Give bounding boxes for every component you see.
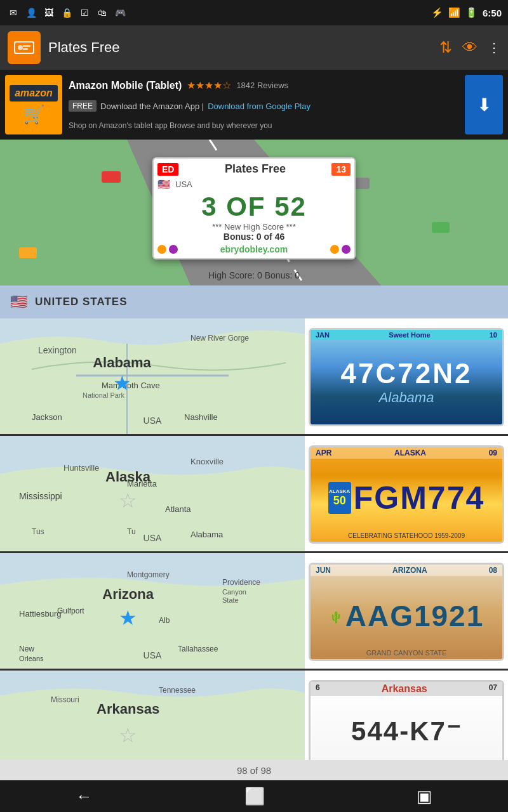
plate-country: USA	[175, 180, 192, 189]
alabama-plate: JAN Sweet Home 10 47C72N2 Alabama	[305, 318, 508, 436]
svg-text:Tus: Tus	[32, 527, 44, 536]
arizona-corner: 08	[489, 566, 497, 575]
svg-text:Gulfport: Gulfport	[57, 606, 84, 615]
svg-rect-4	[23, 48, 28, 50]
alaska-plate-img: APR ALASKA 09 ALASKA 50 FGM774 CELEBRATI…	[309, 445, 504, 544]
plate-new-high: *** New High Score ***	[157, 222, 351, 232]
count-bar: 98 of 98	[0, 760, 508, 780]
arizona-plate-img: JUN ARIZONA 08 🌵 AAG1921 GRAND CANYON ST…	[309, 563, 504, 661]
dot-orange	[157, 245, 166, 254]
app-bar: Plates Free ⇅ 👁 ⋮	[0, 25, 508, 70]
alabama-usa: USA	[144, 416, 162, 426]
svg-text:New: New	[19, 645, 34, 653]
plate-card: ED Plates Free 13 🇺🇸 USA 3 OF 52 *** New…	[152, 157, 356, 259]
ad-reviews: 1842 Reviews	[236, 81, 288, 90]
checkbox-icon: ☑	[77, 6, 91, 20]
section-title: UNITED STATES	[35, 296, 128, 308]
more-icon[interactable]: ⋮	[488, 40, 500, 55]
wifi-icon: 📶	[448, 7, 460, 18]
status-icons-left: ✉ 👤 🖼 🔒 ☑ 🛍 🎮	[6, 6, 127, 20]
svg-text:Providence: Providence	[222, 578, 260, 587]
alaska-map: Huntsville Knoxville Mississippi Atlanta…	[0, 436, 305, 553]
alaska-number: FGM774	[354, 480, 485, 516]
bag-icon: 🛍	[95, 6, 109, 20]
alaska-subtext: CELEBRATING STATEHOOD 1959-2009	[348, 532, 465, 539]
alabama-month: JAN	[316, 331, 330, 339]
game-area: ED Plates Free 13 🇺🇸 USA 3 OF 52 *** New…	[0, 140, 508, 285]
num-badge: 13	[331, 163, 351, 176]
svg-text:Alabama: Alabama	[190, 530, 224, 539]
back-button[interactable]: ←	[76, 787, 93, 806]
alaska-usa: USA	[144, 533, 162, 543]
us-flag-icon: 🇺🇸	[10, 294, 27, 310]
ad-description: Shop on Amazon's tablet app Browse and b…	[69, 121, 458, 130]
alaska-corner: 09	[489, 449, 497, 457]
arizona-plate: JUN ARIZONA 08 🌵 AAG1921 GRAND CANYON ST…	[305, 553, 508, 671]
eye-icon[interactable]: 👁	[462, 39, 478, 56]
svg-text:Montgomery: Montgomery	[127, 570, 170, 579]
plate-bonus: Bonus: 0 of 46	[157, 232, 351, 242]
ad-stars: ★★★★☆	[187, 79, 231, 91]
alaska-state-top: ALASKA	[394, 449, 426, 457]
section-header: 🇺🇸 UNITED STATES	[0, 285, 508, 318]
sort-icon[interactable]: ⇅	[439, 39, 452, 56]
svg-text:Canyon: Canyon	[222, 588, 246, 596]
arkansas-number: 544-K7⁻	[351, 716, 462, 747]
svg-rect-12	[432, 222, 450, 233]
app-bar-left: Plates Free	[8, 31, 120, 64]
state-row-arizona[interactable]: Montgomery Providence Canyon State Hatti…	[0, 553, 508, 671]
state-row-alaska[interactable]: Huntsville Knoxville Mississippi Atlanta…	[0, 436, 508, 553]
svg-text:Mississippi: Mississippi	[19, 491, 62, 501]
recents-button[interactable]: ▣	[417, 787, 432, 806]
ad-download-text: Download the Amazon App |	[100, 102, 204, 111]
ad-gplay-link[interactable]: Download from Google Play	[208, 102, 311, 111]
ebry-logo: ebrydobley.com	[220, 244, 288, 254]
arkansas-state-top: Arkansas	[382, 683, 427, 695]
plate-usa-row: 🇺🇸 USA	[157, 178, 351, 190]
ad-download-row: FREE Download the Amazon App | Download …	[69, 100, 458, 112]
arkansas-star: ☆	[119, 723, 137, 747]
high-score-bar: High Score: 0 Bonus: 0	[208, 270, 300, 280]
svg-text:Hattiesburg: Hattiesburg	[19, 609, 61, 619]
dot-purple-right	[342, 245, 351, 254]
download-arrow-icon: ⬇	[477, 95, 491, 115]
status-bar: ✉ 👤 🖼 🔒 ☑ 🛍 🎮 ⚡ 📶 🔋 6:50	[0, 0, 508, 25]
ad-title-row: Amazon Mobile (Tablet) ★★★★☆ 1842 Review…	[69, 79, 458, 91]
svg-text:Atlanta: Atlanta	[165, 504, 191, 514]
alaska-name: Alaska	[105, 469, 150, 485]
alabama-map: Lexington New River Gorge Mammoth Cave N…	[0, 318, 305, 436]
alabama-name: Alabama	[93, 355, 151, 371]
dot-orange-right	[330, 245, 339, 254]
state-row-alabama[interactable]: Lexington New River Gorge Mammoth Cave N…	[0, 318, 508, 436]
app-title: Plates Free	[48, 39, 120, 56]
arkansas-corner: 07	[489, 683, 497, 695]
count-text: 98 of 98	[237, 765, 271, 776]
alabama-star: ★	[113, 371, 131, 395]
alabama-slogan: Sweet Home	[389, 331, 430, 339]
ad-download-button[interactable]: ⬇	[465, 75, 503, 134]
clock: 6:50	[483, 8, 502, 18]
cart-icon: 🛒	[23, 104, 45, 125]
photo-icon: 👤	[24, 6, 38, 20]
svg-text:Alb: Alb	[159, 616, 170, 625]
home-button[interactable]: ⬜	[244, 787, 265, 806]
app-bar-actions: ⇅ 👁 ⋮	[439, 39, 500, 56]
svg-text:Nashville: Nashville	[184, 412, 218, 422]
svg-text:Tu: Tu	[127, 527, 136, 536]
gmail-icon: ✉	[6, 6, 20, 20]
arizona-month: JUN	[316, 566, 331, 575]
arizona-map: Montgomery Providence Canyon State Hatti…	[0, 553, 305, 671]
svg-text:Jackson: Jackson	[32, 412, 62, 422]
svg-text:New River Gorge: New River Gorge	[190, 334, 249, 343]
arizona-state-top: ARIZONA	[392, 566, 427, 575]
alaska-star: ☆	[119, 488, 137, 513]
alaska-plate: APR ALASKA 09 ALASKA 50 FGM774 CELEBRATI…	[305, 436, 508, 553]
ad-app-title: Amazon Mobile (Tablet)	[69, 80, 182, 91]
svg-text:Huntsville: Huntsville	[64, 463, 99, 473]
svg-text:Knoxville: Knoxville	[190, 457, 224, 466]
arkansas-month: 6	[316, 683, 320, 695]
ad-content: Amazon Mobile (Tablet) ★★★★☆ 1842 Review…	[69, 75, 458, 134]
svg-text:Lexington: Lexington	[38, 345, 77, 355]
arkansas-name: Arkansas	[97, 701, 159, 717]
alabama-number: 47C72N2	[341, 358, 472, 390]
